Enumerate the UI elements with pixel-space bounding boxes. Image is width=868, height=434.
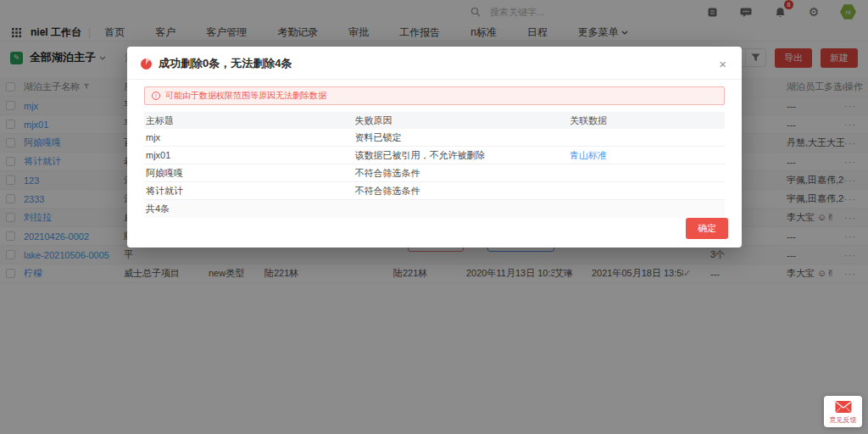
dialog-body: ! 可能由于数据权限范围等原因无法删除数据 主标题 失败原因 关联数据 mjx … xyxy=(127,80,742,218)
related-record-link[interactable]: 青山标准 xyxy=(568,149,725,162)
cell-title: mjx xyxy=(144,132,353,142)
delete-result-icon xyxy=(141,58,152,70)
feedback-widget[interactable]: 意见反馈 xyxy=(824,396,862,427)
table-total-row: 共4条 xyxy=(144,200,725,218)
dialog-footer: 确定 xyxy=(127,218,742,249)
failure-row: mjx01 该数据已被引用，不允许被删除 青山标准 xyxy=(144,147,725,164)
failure-row: 阿娘嘎嘎 不符合筛选条件 xyxy=(144,164,725,182)
delete-result-dialog: 成功删除0条，无法删除4条 × ! 可能由于数据权限范围等原因无法删除数据 主标… xyxy=(127,47,742,248)
failure-row: mjx 资料已锁定 xyxy=(144,129,725,147)
col-main-title: 主标题 xyxy=(144,114,353,127)
cell-title: mjx01 xyxy=(144,150,353,160)
failure-table-header: 主标题 失败原因 关联数据 xyxy=(144,112,725,129)
close-icon[interactable]: × xyxy=(717,58,728,70)
failure-row: 将计就计 不符合筛选条件 xyxy=(144,182,725,200)
cell-reason: 资料已锁定 xyxy=(353,131,568,144)
cell-reason: 该数据已被引用，不允许被删除 xyxy=(353,149,568,162)
cell-reason: 不符合筛选条件 xyxy=(353,185,568,198)
failure-table: 主标题 失败原因 关联数据 mjx 资料已锁定 mjx01 该数据已被引用，不允… xyxy=(144,112,725,218)
col-fail-reason: 失败原因 xyxy=(353,114,568,127)
cell-title: 阿娘嘎嘎 xyxy=(144,167,353,180)
confirm-button[interactable]: 确定 xyxy=(686,218,728,239)
cell-reason: 不符合筛选条件 xyxy=(353,167,568,180)
cell-title: 将计就计 xyxy=(144,185,353,198)
dialog-header: 成功删除0条，无法删除4条 × xyxy=(127,47,742,80)
col-related-data: 关联数据 xyxy=(568,114,725,127)
total-count: 共4条 xyxy=(144,203,725,215)
screen: 8 ⚙ ni niel 工作台 | 首页 客户 客户管理 考勤记录 审批 工作报… xyxy=(0,0,868,434)
envelope-icon xyxy=(835,400,852,414)
warning-icon: ! xyxy=(152,92,160,100)
warning-text: 可能由于数据权限范围等原因无法删除数据 xyxy=(165,90,326,102)
warning-banner: ! 可能由于数据权限范围等原因无法删除数据 xyxy=(144,86,725,105)
dialog-title: 成功删除0条，无法删除4条 xyxy=(159,56,710,71)
feedback-label: 意见反馈 xyxy=(830,415,857,425)
